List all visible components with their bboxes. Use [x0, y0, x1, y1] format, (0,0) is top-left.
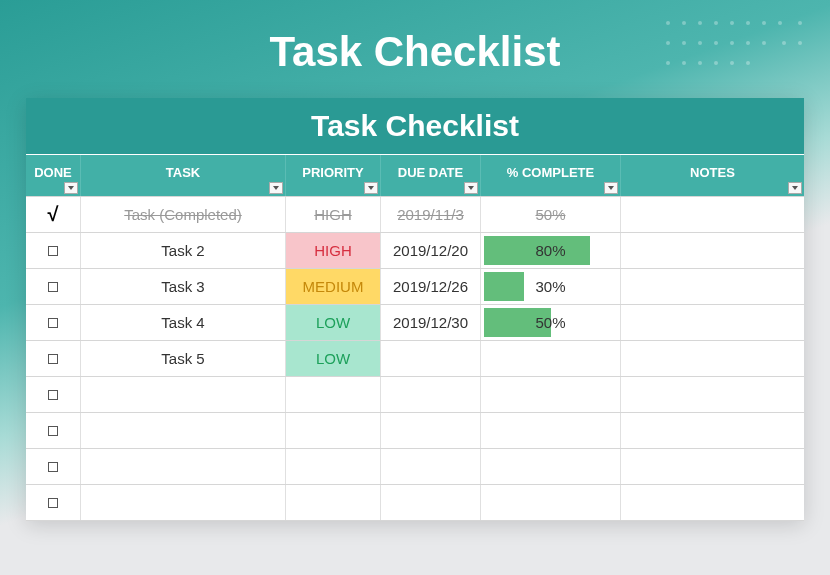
cell-priority[interactable]: MEDIUM — [286, 269, 381, 304]
table-row — [26, 413, 804, 449]
header-notes-label: NOTES — [690, 165, 735, 180]
cell-priority[interactable]: LOW — [286, 341, 381, 376]
header-notes: NOTES — [621, 155, 804, 196]
header-complete-label: % COMPLETE — [507, 165, 594, 180]
checkbox-icon[interactable] — [48, 246, 58, 256]
cell-task[interactable]: Task 4 — [81, 305, 286, 340]
decorative-dots — [660, 15, 810, 135]
header-priority: PRIORITY — [286, 155, 381, 196]
cell-notes[interactable] — [621, 233, 804, 268]
cell-complete[interactable] — [481, 341, 621, 376]
cell-complete[interactable]: 50% — [481, 305, 621, 340]
cell-due-date[interactable] — [381, 449, 481, 484]
cell-due-date[interactable]: 2019/11/3 — [381, 197, 481, 232]
cell-notes[interactable] — [621, 197, 804, 232]
progress-wrap: 30% — [484, 272, 617, 301]
cell-notes[interactable] — [621, 269, 804, 304]
filter-task-button[interactable] — [269, 182, 283, 194]
cell-task[interactable]: Task 3 — [81, 269, 286, 304]
rows-container: √Task (Completed)HIGH2019/11/350%Task 2H… — [26, 197, 804, 521]
table-row — [26, 449, 804, 485]
table-row: Task 4LOW2019/12/3050% — [26, 305, 804, 341]
cell-done[interactable] — [26, 305, 81, 340]
cell-task[interactable] — [81, 413, 286, 448]
filter-due-button[interactable] — [464, 182, 478, 194]
header-task-label: TASK — [166, 165, 200, 180]
cell-done[interactable] — [26, 233, 81, 268]
checkbox-icon[interactable] — [48, 354, 58, 364]
priority-badge: LOW — [286, 341, 380, 376]
cell-complete[interactable] — [481, 449, 621, 484]
table-row — [26, 377, 804, 413]
cell-notes[interactable] — [621, 305, 804, 340]
cell-notes[interactable] — [621, 449, 804, 484]
checkbox-icon[interactable] — [48, 498, 58, 508]
header-task: TASK — [81, 155, 286, 196]
header-due-label: DUE DATE — [398, 165, 463, 180]
table-row: Task 3MEDIUM2019/12/2630% — [26, 269, 804, 305]
progress-wrap: 80% — [484, 236, 617, 265]
cell-done[interactable] — [26, 413, 81, 448]
table-row: Task 2HIGH2019/12/2080% — [26, 233, 804, 269]
table-row: Task 5LOW — [26, 341, 804, 377]
cell-complete[interactable]: 30% — [481, 269, 621, 304]
cell-task[interactable] — [81, 485, 286, 520]
cell-done[interactable]: √ — [26, 197, 81, 232]
cell-done[interactable] — [26, 449, 81, 484]
header-done: DONE — [26, 155, 81, 196]
checkbox-icon[interactable] — [48, 282, 58, 292]
cell-complete[interactable]: 80% — [481, 233, 621, 268]
cell-due-date[interactable]: 2019/12/26 — [381, 269, 481, 304]
cell-due-date[interactable]: 2019/12/30 — [381, 305, 481, 340]
cell-task[interactable] — [81, 449, 286, 484]
filter-notes-button[interactable] — [788, 182, 802, 194]
table-row: √Task (Completed)HIGH2019/11/350% — [26, 197, 804, 233]
progress-wrap: 50% — [484, 308, 617, 337]
priority-badge: HIGH — [286, 197, 380, 232]
cell-due-date[interactable] — [381, 377, 481, 412]
checkbox-icon[interactable] — [48, 462, 58, 472]
cell-notes[interactable] — [621, 341, 804, 376]
filter-done-button[interactable] — [64, 182, 78, 194]
cell-complete[interactable] — [481, 377, 621, 412]
filter-complete-button[interactable] — [604, 182, 618, 194]
priority-badge: HIGH — [286, 233, 380, 268]
cell-due-date[interactable] — [381, 485, 481, 520]
cell-priority[interactable]: HIGH — [286, 233, 381, 268]
cell-done[interactable] — [26, 341, 81, 376]
checkbox-icon[interactable] — [48, 318, 58, 328]
cell-priority[interactable]: LOW — [286, 305, 381, 340]
cell-done[interactable] — [26, 269, 81, 304]
priority-badge: LOW — [286, 305, 380, 340]
cell-complete[interactable]: 50% — [481, 197, 621, 232]
cell-task[interactable]: Task (Completed) — [81, 197, 286, 232]
header-due: DUE DATE — [381, 155, 481, 196]
cell-priority[interactable] — [286, 449, 381, 484]
cell-done[interactable] — [26, 377, 81, 412]
priority-badge: MEDIUM — [286, 269, 380, 304]
cell-notes[interactable] — [621, 413, 804, 448]
filter-priority-button[interactable] — [364, 182, 378, 194]
cell-notes[interactable] — [621, 485, 804, 520]
progress-text: 50% — [484, 314, 617, 331]
cell-complete[interactable] — [481, 413, 621, 448]
checkbox-icon[interactable] — [48, 426, 58, 436]
header-row: DONE TASK PRIORITY DUE DATE % COMPLETE N… — [26, 155, 804, 197]
cell-task[interactable] — [81, 377, 286, 412]
header-priority-label: PRIORITY — [302, 165, 363, 180]
cell-due-date[interactable] — [381, 341, 481, 376]
cell-done[interactable] — [26, 485, 81, 520]
table-row — [26, 485, 804, 521]
checkbox-icon[interactable] — [48, 390, 58, 400]
progress-text: 80% — [484, 242, 617, 259]
cell-task[interactable]: Task 5 — [81, 341, 286, 376]
cell-task[interactable]: Task 2 — [81, 233, 286, 268]
cell-priority[interactable] — [286, 485, 381, 520]
cell-notes[interactable] — [621, 377, 804, 412]
cell-priority[interactable] — [286, 413, 381, 448]
cell-due-date[interactable] — [381, 413, 481, 448]
cell-priority[interactable]: HIGH — [286, 197, 381, 232]
cell-complete[interactable] — [481, 485, 621, 520]
cell-due-date[interactable]: 2019/12/20 — [381, 233, 481, 268]
cell-priority[interactable] — [286, 377, 381, 412]
